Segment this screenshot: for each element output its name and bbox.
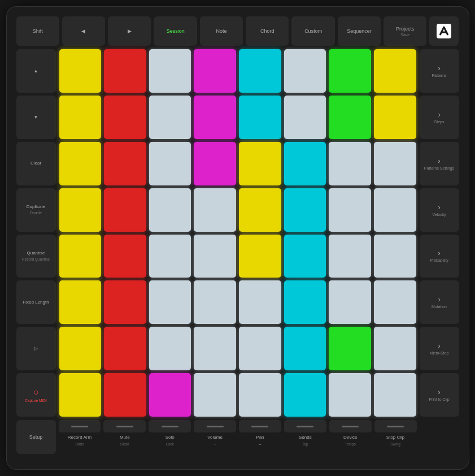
projects-button[interactable]: Projects Save — [384, 16, 426, 46]
pad-r0-c6[interactable] — [329, 49, 371, 93]
volume-fader[interactable] — [194, 420, 236, 432]
down-button[interactable]: ▼ — [16, 96, 56, 139]
print-to-clip-button[interactable]: › Print to Clip — [420, 373, 459, 417]
steps-button[interactable]: › Steps — [420, 96, 459, 139]
pad-r2-c4[interactable] — [239, 142, 281, 185]
note-button[interactable]: Note — [200, 16, 243, 46]
pad-r5-c5[interactable] — [284, 280, 326, 324]
pad-r4-c1[interactable] — [104, 235, 146, 278]
pad-r7-c4[interactable] — [239, 373, 281, 417]
pad-r6-c6[interactable] — [329, 327, 371, 370]
pad-r3-c7[interactable] — [374, 188, 416, 232]
pad-r7-c7[interactable] — [374, 373, 416, 417]
pad-r3-c0[interactable] — [59, 188, 102, 232]
sequencer-button[interactable]: Sequencer — [338, 16, 381, 46]
probability-button[interactable]: › Probability — [420, 235, 459, 278]
pad-r2-c0[interactable] — [59, 142, 102, 185]
pad-r1-c6[interactable] — [329, 96, 371, 139]
mute-fader[interactable] — [103, 420, 146, 432]
record-arm-fader[interactable] — [59, 420, 101, 432]
patterns-button[interactable]: › Patterns — [420, 49, 459, 93]
pad-r3-c2[interactable] — [149, 188, 191, 232]
sends-fader[interactable] — [284, 420, 326, 432]
pad-r0-c7[interactable] — [374, 49, 416, 93]
pad-r1-c4[interactable] — [239, 96, 281, 139]
clear-button[interactable]: Clear — [16, 142, 56, 185]
pad-r7-c5[interactable] — [284, 373, 326, 417]
pad-r4-c7[interactable] — [374, 235, 416, 278]
duplicate-button[interactable]: Duplicate Double — [16, 188, 56, 232]
pad-r1-c3[interactable] — [194, 96, 236, 139]
pad-r5-c1[interactable] — [104, 280, 146, 324]
fixed-length-button[interactable]: Fixed Length — [16, 280, 56, 324]
forward-button[interactable]: ▶ — [108, 16, 151, 46]
pad-r5-c7[interactable] — [374, 280, 416, 324]
mutation-button[interactable]: › Mutation — [420, 280, 459, 324]
pad-r4-c0[interactable] — [59, 235, 102, 278]
setup-button[interactable]: Setup — [16, 420, 56, 454]
pad-r4-c4[interactable] — [239, 235, 281, 278]
pad-r7-c0[interactable] — [59, 373, 102, 417]
pad-r7-c3[interactable] — [194, 373, 236, 417]
pad-r3-c5[interactable] — [284, 188, 326, 232]
pad-r6-c0[interactable] — [59, 327, 102, 370]
pad-r3-c3[interactable] — [194, 188, 236, 232]
pad-r2-c5[interactable] — [284, 142, 326, 185]
pad-r0-c4[interactable] — [239, 49, 281, 93]
play-button[interactable]: ▷ — [16, 327, 56, 370]
micro-step-button[interactable]: › Micro-Step — [420, 327, 459, 370]
pad-r7-c1[interactable] — [104, 373, 146, 417]
pad-r4-c2[interactable] — [149, 235, 191, 278]
pad-r0-c0[interactable] — [59, 49, 102, 93]
pad-r2-c2[interactable] — [149, 142, 191, 185]
pad-r6-c5[interactable] — [284, 327, 326, 370]
pad-r5-c2[interactable] — [149, 280, 191, 324]
session-button[interactable]: Session — [154, 16, 197, 46]
pad-r4-c3[interactable] — [194, 235, 236, 278]
velocity-button[interactable]: › Velocity — [420, 188, 459, 232]
pad-r5-c6[interactable] — [329, 280, 371, 324]
pad-r0-c2[interactable] — [149, 49, 191, 93]
chord-button[interactable]: Chord — [246, 16, 289, 46]
pad-r0-c5[interactable] — [284, 49, 326, 93]
pad-r3-c4[interactable] — [239, 188, 281, 232]
quantise-button[interactable]: Quantise Record Quantise — [16, 235, 56, 278]
pad-r1-c2[interactable] — [149, 96, 191, 139]
device-fader[interactable] — [329, 420, 372, 432]
pad-r4-c6[interactable] — [329, 235, 371, 278]
pad-r1-c0[interactable] — [59, 96, 102, 139]
pad-r1-c7[interactable] — [374, 96, 416, 139]
pad-r6-c4[interactable] — [239, 327, 281, 370]
up-button[interactable]: ▲ — [16, 49, 56, 93]
pad-r3-c6[interactable] — [329, 188, 371, 232]
pad-r5-c0[interactable] — [59, 280, 102, 324]
pad-r2-c3[interactable] — [194, 142, 236, 185]
pad-r6-c2[interactable] — [149, 327, 191, 370]
pad-r1-c1[interactable] — [104, 96, 146, 139]
patterns-settings-button[interactable]: › Patterns Settings — [420, 142, 459, 185]
record-arm-col: Record Arm Undo — [59, 420, 101, 446]
pad-r0-c1[interactable] — [104, 49, 146, 93]
logo-button[interactable] — [429, 16, 459, 46]
back-button[interactable]: ◀ — [62, 16, 105, 46]
stop-clip-fader[interactable] — [374, 420, 417, 432]
pad-r6-c1[interactable] — [104, 327, 146, 370]
pad-r1-c5[interactable] — [284, 96, 326, 139]
pad-r0-c3[interactable] — [194, 49, 236, 93]
custom-button[interactable]: Custom — [291, 16, 334, 46]
pad-r7-c2[interactable] — [149, 373, 191, 417]
pad-r6-c3[interactable] — [194, 327, 236, 370]
pad-r5-c4[interactable] — [239, 280, 281, 324]
solo-fader[interactable] — [149, 420, 191, 432]
pad-r2-c7[interactable] — [374, 142, 416, 185]
shift-button[interactable]: Shift — [16, 16, 59, 46]
pad-r4-c5[interactable] — [284, 235, 326, 278]
pad-r2-c1[interactable] — [104, 142, 146, 185]
pad-r2-c6[interactable] — [329, 142, 371, 185]
capture-midi-button[interactable]: ○ Capture MIDI — [16, 373, 56, 417]
pad-r6-c7[interactable] — [374, 327, 416, 370]
pad-r3-c1[interactable] — [104, 188, 146, 232]
pad-r5-c3[interactable] — [194, 280, 236, 324]
pan-fader[interactable] — [239, 420, 281, 432]
pad-r7-c6[interactable] — [329, 373, 371, 417]
